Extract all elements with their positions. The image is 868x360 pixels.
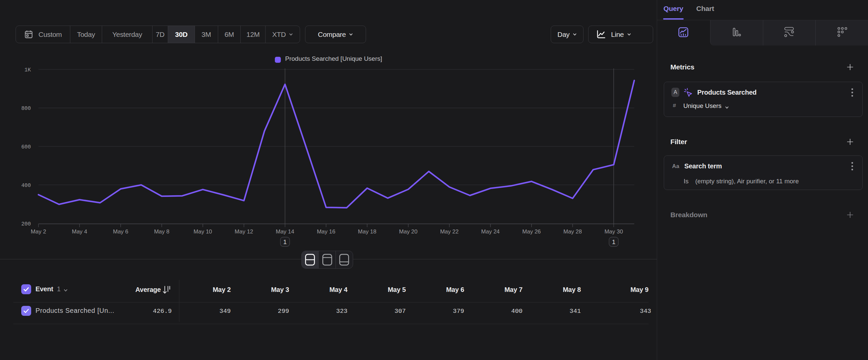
svg-text:May 24: May 24: [481, 228, 500, 235]
svg-text:May 12: May 12: [235, 228, 253, 235]
svg-text:May 10: May 10: [194, 228, 212, 235]
svg-text:May 4: May 4: [72, 228, 87, 235]
svg-text:May 14: May 14: [276, 228, 294, 235]
svg-text:600: 600: [21, 144, 31, 150]
svg-text:May 20: May 20: [399, 228, 418, 235]
svg-text:May 28: May 28: [563, 228, 582, 235]
svg-text:400: 400: [21, 183, 31, 189]
svg-text:May 6: May 6: [113, 228, 128, 235]
svg-text:1: 1: [283, 239, 287, 245]
svg-text:200: 200: [21, 221, 31, 227]
svg-text:1K: 1K: [25, 67, 31, 73]
svg-text:May 26: May 26: [522, 228, 541, 235]
svg-text:May 30: May 30: [604, 228, 623, 235]
svg-text:May 2: May 2: [31, 228, 46, 235]
svg-text:May 16: May 16: [317, 228, 336, 235]
svg-text:800: 800: [21, 106, 31, 112]
svg-text:May 8: May 8: [154, 228, 169, 235]
svg-text:May 18: May 18: [358, 228, 377, 235]
svg-text:1: 1: [612, 239, 616, 245]
svg-text:May 22: May 22: [440, 228, 459, 235]
